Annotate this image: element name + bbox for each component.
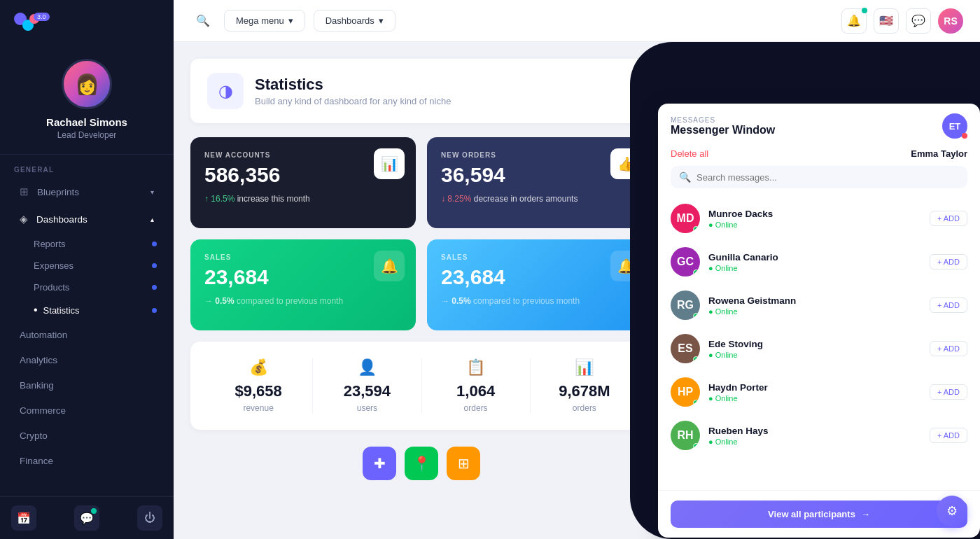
blueprints-arrow: ▾ <box>150 188 154 196</box>
location-action-button[interactable]: 📍 <box>405 447 438 480</box>
sidebar-item-crypto[interactable]: Crypto <box>6 424 168 448</box>
notification-bell-button[interactable]: 🔔 <box>841 8 867 34</box>
commerce-label: Commerce <box>20 405 66 416</box>
delete-all-button[interactable]: Delete all <box>671 148 708 159</box>
mega-menu-button[interactable]: Mega menu ▾ <box>224 10 305 31</box>
banking-label: Banking <box>20 380 54 391</box>
contact-info: Haydn Porter ● Online <box>708 382 930 402</box>
new-accounts-sub: ↑ 16.5% increase this month <box>204 194 402 204</box>
profile-role: Lead Developer <box>57 130 117 140</box>
calendar-button[interactable]: 📅 <box>11 505 36 531</box>
main-area: 🔍 Mega menu ▾ Dashboards ▾ 🔔 🇺🇸 💬 RS <box>174 0 980 539</box>
dashboards-menu-label: Dashboards <box>326 15 374 26</box>
revenue-icon: 💰 <box>211 358 305 377</box>
revenue-label: revenue <box>211 403 305 413</box>
messenger-initials: ET <box>949 121 961 132</box>
sidebar-item-dashboards[interactable]: ◈ Dashboards ▴ <box>6 206 168 232</box>
arrow-right-icon: → <box>861 509 870 519</box>
stats-header-text: Statistics Build any kind of dashboard f… <box>255 76 451 106</box>
contact-avatar: HP <box>671 377 700 407</box>
sidebar-item-statistics[interactable]: Statistics <box>28 298 168 322</box>
contact-name: Rowena Geistmann <box>708 295 930 306</box>
dashboards-label: Dashboards <box>36 214 88 225</box>
contact-avatar: ES <box>671 334 700 363</box>
messenger-title-wrap: MESSAGES Messenger Window <box>671 116 775 136</box>
messenger-search-input[interactable] <box>696 172 959 183</box>
contact-status: ● Online <box>708 220 930 229</box>
sales-1-sub: → 0.5% compared to previous month <box>204 296 402 306</box>
current-user-name: Emma Taylor <box>911 148 967 159</box>
add-contact-button[interactable]: + ADD <box>930 254 967 270</box>
sidebar-item-finance[interactable]: Finance <box>6 449 168 473</box>
add-contact-button[interactable]: + ADD <box>930 211 967 226</box>
add-action-button[interactable]: ✚ <box>363 447 396 480</box>
sidebar-profile: 👩 Rachael Simons Lead Developer <box>0 45 174 155</box>
settings-fab-button[interactable]: ⚙ <box>937 496 967 526</box>
messenger-user-avatar[interactable]: ET <box>942 113 967 139</box>
sidebar-item-expenses[interactable]: Expenses <box>28 255 168 276</box>
contact-status: ● Online <box>708 351 930 359</box>
orders2-value: 9,678M <box>538 382 631 400</box>
crypto-label: Crypto <box>20 430 48 441</box>
sidebar-item-analytics[interactable]: Analytics <box>6 348 168 372</box>
user-avatar[interactable]: RS <box>938 8 963 34</box>
search-icon: 🔍 <box>196 14 210 27</box>
contact-name: Haydn Porter <box>708 382 930 393</box>
dashboards-menu-button[interactable]: Dashboards ▾ <box>314 10 396 31</box>
general-section-label: GENERAL <box>0 155 174 178</box>
calendar-icon: 📅 <box>17 512 31 525</box>
table-action-button[interactable]: ⊞ <box>447 447 480 480</box>
avatar: 👩 <box>62 59 112 109</box>
sales1-icon-glyph: 🔔 <box>381 258 398 274</box>
search-icon-button[interactable]: 🔍 <box>190 8 216 34</box>
summary-users: 👤 23,594 users <box>312 358 421 413</box>
expenses-label: Expenses <box>34 260 74 271</box>
message-button[interactable]: 💬 <box>906 8 931 34</box>
new-accounts-label: NEW ACCOUNTS <box>204 151 402 159</box>
topbar-icons: 🔔 🇺🇸 💬 RS <box>841 8 963 34</box>
summary-orders: 📋 1,064 orders <box>421 358 530 413</box>
power-button[interactable]: ⏻ <box>137 505 162 531</box>
mega-menu-label: Mega menu <box>236 15 284 26</box>
messenger-notification-dot <box>962 133 967 139</box>
contact-item[interactable]: RH Rueben Hays ● Online + ADD <box>664 414 974 457</box>
contact-item[interactable]: MD Munroe Dacks ● Online + ADD <box>664 197 974 240</box>
sales-1-label: SALES <box>204 253 402 261</box>
message-icon: 💬 <box>911 14 925 27</box>
sales-card-2: SALES 23,684 → 0.5% compared to previous… <box>427 239 652 330</box>
settings-gear-icon: ⚙ <box>946 503 958 519</box>
sidebar-item-blueprints[interactable]: ⊞ Blueprints ▾ <box>6 178 168 205</box>
sidebar-item-commerce[interactable]: Commerce <box>6 398 168 423</box>
sidebar-item-products[interactable]: Products <box>28 276 168 298</box>
add-contact-button[interactable]: + ADD <box>930 341 967 356</box>
expenses-dot <box>152 263 157 268</box>
chat-button[interactable]: 💬 <box>74 505 99 531</box>
revenue-value: $9,658 <box>211 382 305 400</box>
table-icon: ⊞ <box>458 455 470 472</box>
contact-item[interactable]: HP Haydn Porter ● Online + ADD <box>664 370 974 414</box>
flag-button[interactable]: 🇺🇸 <box>874 8 899 34</box>
messenger-footer: View all participants → <box>658 490 980 538</box>
sidebar-item-automation[interactable]: Automation <box>6 323 168 347</box>
add-contact-button[interactable]: + ADD <box>930 428 967 443</box>
action-buttons: ✚ 📍 ⊞ <box>190 441 652 486</box>
summary-revenue: 💰 $9,658 revenue <box>204 358 312 413</box>
contact-item[interactable]: RG Rowena Geistmann ● Online + ADD <box>664 284 974 327</box>
messenger-title: Messenger Window <box>671 124 775 136</box>
contact-item[interactable]: GC Gunilla Canario ● Online + ADD <box>664 240 974 284</box>
contact-status: ● Online <box>708 438 930 446</box>
sidebar-item-banking[interactable]: Banking <box>6 373 168 398</box>
sales-1-value: 23,684 <box>204 265 402 289</box>
sidebar-item-reports[interactable]: Reports <box>28 233 168 255</box>
new-accounts-icon: 📊 <box>374 148 405 179</box>
add-contact-button[interactable]: + ADD <box>930 384 967 400</box>
add-contact-button[interactable]: + ADD <box>930 298 967 313</box>
contact-status: ● Online <box>708 264 930 272</box>
stats-subtitle: Build any kind of dashboard for any kind… <box>255 96 451 106</box>
contact-status: ● Online <box>708 307 930 316</box>
chat-notification-dot <box>91 508 97 514</box>
view-all-participants-button[interactable]: View all participants → <box>671 500 967 528</box>
contact-item[interactable]: ES Ede Stoving ● Online + ADD <box>664 327 974 370</box>
new-orders-label: NEW ORDERS <box>441 151 638 159</box>
summary-orders2: 📊 9,678M orders <box>530 358 638 413</box>
